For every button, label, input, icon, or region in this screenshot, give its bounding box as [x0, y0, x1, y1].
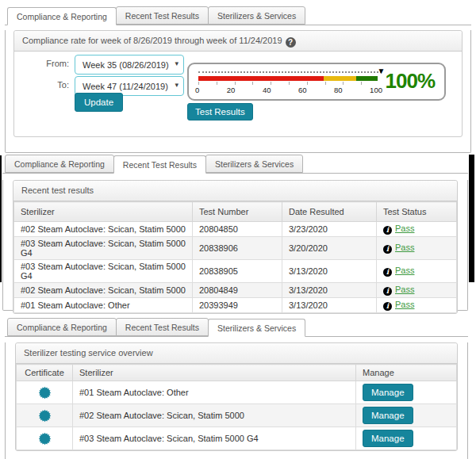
certificate-seal-icon[interactable]	[38, 386, 52, 400]
tab-recent-test-results[interactable]: Recent Test Results	[116, 6, 209, 25]
col-header-certificate: Certificate	[17, 365, 73, 381]
test-number-cell: 20838905	[193, 260, 282, 283]
from-week-select-wrap: Week 35 (08/26/2019) ▾	[75, 55, 184, 75]
update-button[interactable]: Update	[75, 93, 123, 112]
sterilizer-cell: #03 Steam Autoclave: Scican, Statim 5000…	[14, 237, 193, 260]
tab-recent-test-results[interactable]: Recent Test Results	[116, 318, 209, 336]
gauge-tick-label: 40	[263, 86, 271, 94]
recent-test-results-panel: Compliance & Reporting Recent Test Resul…	[2, 155, 468, 311]
dark-edge-artifact-right	[469, 155, 474, 282]
recent-tests-table: Sterilizer Test Number Date Resulted Tes…	[13, 201, 457, 313]
date-resulted-cell: 3/13/2020	[282, 283, 377, 298]
info-icon[interactable]: i	[383, 226, 392, 235]
tab-sterilizers-services[interactable]: Sterilizers & Services	[205, 155, 303, 173]
compliance-body: From: Week 35 (08/26/2019) ▾ To: Week 47…	[14, 52, 462, 136]
to-label: To:	[33, 80, 69, 90]
sterilizer-row: #02 Steam Autoclave: Scican, Statim 5000…	[17, 404, 457, 427]
gauge-scale: ▼ 020406080100	[198, 68, 378, 97]
manage-cell: Manage	[356, 427, 457, 450]
test-status-cell: iPass	[377, 283, 457, 298]
gauge-track: ▼	[198, 71, 382, 73]
tab-sterilizers-services[interactable]: Sterilizers & Services	[208, 319, 305, 337]
pass-status-link[interactable]: Pass	[395, 243, 414, 252]
gauge-tick-label: 60	[298, 86, 307, 94]
recent-tests-card: Recent test results Sterilizer Test Numb…	[13, 180, 458, 314]
test-result-row: #03 Steam Autoclave: Scican, Statim 5000…	[14, 260, 457, 283]
sterilizer-row: #03 Steam Autoclave: Scican, Statim 5000…	[17, 427, 457, 450]
tab-compliance-reporting[interactable]: Compliance & Reporting	[7, 7, 117, 25]
sterilizer-cell: #02 Steam Autoclave: Scican, Statim 5000	[14, 222, 193, 237]
test-status-cell: iPass	[377, 260, 457, 283]
sterilizer-cell: #01 Steam Autoclave: Other	[14, 298, 193, 313]
date-resulted-cell: 3/23/2020	[282, 222, 377, 237]
pass-status-link[interactable]: Pass	[395, 224, 414, 233]
col-header-date-resulted: Date Resulted	[282, 202, 377, 222]
tab-compliance-reporting[interactable]: Compliance & Reporting	[7, 318, 117, 336]
sterilizer-cell: #01 Steam Autoclave: Other	[73, 381, 356, 404]
manage-button[interactable]: Manage	[363, 430, 413, 447]
tab-bar: Compliance & Reporting Recent Test Resul…	[5, 6, 471, 25]
col-header-test-number: Test Number	[193, 202, 282, 222]
tab-compliance-reporting[interactable]: Compliance & Reporting	[5, 155, 114, 173]
pass-status-link[interactable]: Pass	[395, 285, 414, 294]
tab-sterilizers-services[interactable]: Sterilizers & Services	[208, 6, 305, 25]
info-icon[interactable]: i	[383, 302, 392, 311]
manage-cell: Manage	[356, 381, 457, 404]
pass-status-link[interactable]: Pass	[395, 300, 414, 309]
sterilizer-cell: #02 Steam Autoclave: Scican, Statim 5000	[73, 404, 356, 427]
certificate-seal-icon[interactable]	[38, 409, 52, 423]
certificate-cell	[17, 404, 73, 427]
help-icon[interactable]: ?	[286, 37, 296, 48]
col-header-test-status: Test Status	[377, 202, 457, 222]
table-header-row: Sterilizer Test Number Date Resulted Tes…	[14, 202, 457, 222]
date-resulted-cell: 3/20/2020	[282, 237, 377, 260]
manage-button[interactable]: Manage	[363, 384, 413, 401]
compliance-score: 100%	[386, 69, 436, 94]
certificate-cell	[17, 427, 73, 450]
table-header-row: Certificate Sterilizer Manage	[17, 365, 457, 381]
sterilizer-cell: #03 Steam Autoclave: Scican, Statim 5000…	[14, 260, 193, 283]
sterilizers-table: Certificate Sterilizer Manage	[16, 364, 457, 450]
col-header-sterilizer: Sterilizer	[73, 365, 356, 381]
info-icon[interactable]: i	[383, 287, 392, 296]
gauge-marker-icon: ▼	[378, 67, 386, 75]
info-icon[interactable]: i	[383, 268, 392, 277]
compliance-reporting-panel: Compliance & Reporting Recent Test Resul…	[5, 6, 471, 153]
from-label: From:	[33, 59, 69, 68]
date-resulted-cell: 3/13/2020	[282, 298, 377, 313]
sterilizers-heading: Sterilizer testing service overview	[16, 343, 457, 364]
test-number-cell: 20393949	[193, 298, 282, 313]
date-resulted-cell: 3/13/2020	[282, 260, 377, 283]
test-result-row: #01 Steam Autoclave: Other 20393949 3/13…	[14, 298, 457, 313]
test-number-cell: 20838906	[193, 237, 282, 260]
gauge-segment-green	[356, 76, 378, 81]
compliance-heading-text: Compliance rate for week of 8/26/2019 th…	[22, 36, 282, 45]
gauge-segment-yellow	[324, 76, 356, 81]
tab-bar: Compliance & Reporting Recent Test Resul…	[2, 155, 468, 174]
from-week-select[interactable]: Week 35 (08/26/2019)	[75, 55, 184, 75]
test-results-button[interactable]: Test Results	[187, 103, 253, 120]
info-icon[interactable]: i	[383, 245, 392, 254]
test-result-row: #02 Steam Autoclave: Scican, Statim 5000…	[14, 222, 457, 237]
compliance-heading: Compliance rate for week of 8/26/2019 th…	[14, 31, 462, 52]
gauge-tick-label: 0	[195, 86, 199, 94]
gauge-tick-label: 80	[334, 86, 343, 94]
test-status-cell: iPass	[377, 298, 457, 313]
sterilizers-card: Sterilizer testing service overview Cert…	[15, 342, 458, 451]
tab-recent-test-results[interactable]: Recent Test Results	[113, 155, 206, 174]
compliance-gauge: ▼ 020406080100 100%	[187, 63, 446, 101]
pass-status-link[interactable]: Pass	[395, 266, 414, 275]
sterilizer-cell: #02 Steam Autoclave: Scican, Statim 5000	[14, 283, 193, 298]
gauge-tick-labels: 020406080100	[195, 86, 382, 94]
certificate-seal-icon[interactable]	[38, 432, 52, 446]
gauge-tick-label: 20	[227, 86, 236, 94]
sterilizers-services-panel: Compliance & Reporting Recent Test Resul…	[5, 318, 468, 459]
test-result-row: #03 Steam Autoclave: Scican, Statim 5000…	[14, 237, 457, 260]
manage-button[interactable]: Manage	[363, 407, 413, 424]
certificate-cell	[17, 381, 73, 404]
sterilizer-cell: #03 Steam Autoclave: Scican, Statim 5000…	[73, 427, 356, 450]
test-status-cell: iPass	[377, 237, 457, 260]
recent-tests-heading: Recent test results	[13, 181, 457, 201]
tab-bar: Compliance & Reporting Recent Test Resul…	[5, 318, 468, 337]
compliance-card: Compliance rate for week of 8/26/2019 th…	[13, 30, 463, 137]
